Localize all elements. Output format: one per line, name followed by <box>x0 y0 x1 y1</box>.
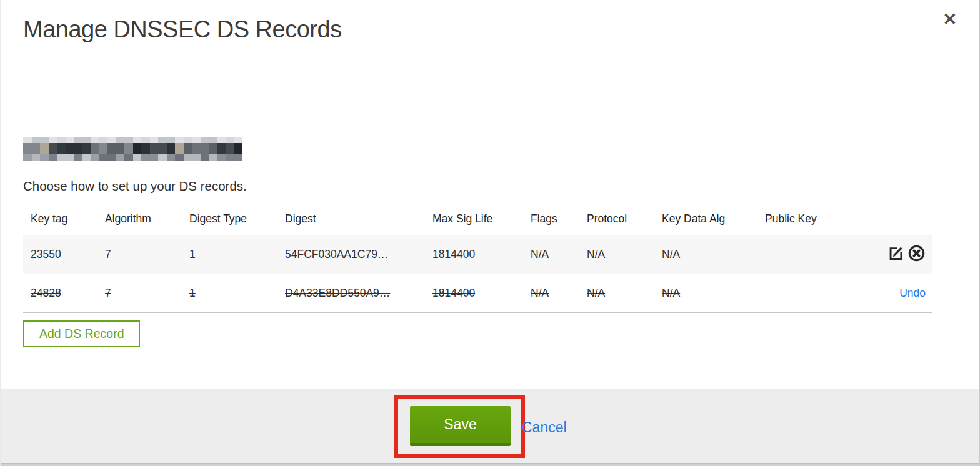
cell-protocol: N/A <box>579 235 654 274</box>
cell-public-key <box>758 274 851 313</box>
cell-key-tag: 24828 <box>23 274 98 313</box>
cell-key-tag: 23550 <box>23 235 98 274</box>
cell-digest: D4A33E8DD550A9… <box>278 274 425 313</box>
col-header-public-key: Public Key <box>758 205 851 235</box>
edit-icon[interactable] <box>888 245 904 265</box>
col-header-max-sig-life: Max Sig Life <box>425 205 523 235</box>
cell-key-data-alg: N/A <box>654 274 758 313</box>
cell-flags: N/A <box>523 235 579 274</box>
cancel-link[interactable]: Cancel <box>522 419 567 436</box>
table-header-row: Key tag Algorithm Digest Type Digest Max… <box>23 205 932 235</box>
redacted-domain-name <box>23 137 242 161</box>
row-actions <box>851 235 932 274</box>
col-header-digest: Digest <box>278 205 425 235</box>
cell-max-sig-life: 1814400 <box>425 274 523 313</box>
redacted-pixel-row <box>23 154 242 161</box>
manage-dnssec-modal: { "modal": { "title": "Manage DNSSEC DS … <box>0 0 980 466</box>
cell-digest: 54FCF030AA1C79… <box>278 235 425 274</box>
col-header-protocol: Protocol <box>579 205 654 235</box>
redacted-pixel-row <box>23 143 242 154</box>
row-actions: Undo <box>851 274 932 313</box>
table-row: 23550 7 1 54FCF030AA1C79… 1814400 N/A N/… <box>23 235 932 274</box>
remove-circle-icon[interactable] <box>908 244 926 265</box>
cell-algorithm: 7 <box>98 235 182 274</box>
cell-public-key <box>758 235 851 274</box>
close-icon[interactable]: ✕ <box>942 11 957 28</box>
add-ds-record-button[interactable]: Add DS Record <box>23 320 140 347</box>
table-row-deleted: 24828 7 1 D4A33E8DD550A9… 1814400 N/A N/… <box>23 274 932 313</box>
ds-records-table: Key tag Algorithm Digest Type Digest Max… <box>23 205 932 313</box>
cell-digest-type: 1 <box>182 274 278 313</box>
modal-footer: Save Cancel <box>1 389 980 466</box>
cell-digest-type: 1 <box>182 235 278 274</box>
col-header-digest-type: Digest Type <box>182 205 278 235</box>
cell-key-data-alg: N/A <box>654 235 758 274</box>
col-header-algorithm: Algorithm <box>98 205 182 235</box>
redacted-pixel-row <box>23 137 242 143</box>
col-header-key-data-alg: Key Data Alg <box>654 205 758 235</box>
save-button[interactable]: Save <box>410 406 511 446</box>
page-title: Manage DNSSEC DS Records <box>23 16 342 43</box>
cell-max-sig-life: 1814400 <box>425 235 523 274</box>
undo-link[interactable]: Undo <box>899 287 926 299</box>
col-header-key-tag: Key tag <box>23 205 98 235</box>
cell-protocol: N/A <box>579 274 654 313</box>
cell-algorithm: 7 <box>98 274 182 313</box>
modal-bottom-edge <box>1 463 980 466</box>
col-header-flags: Flags <box>523 205 579 235</box>
col-header-actions <box>851 205 932 235</box>
cell-flags: N/A <box>523 274 579 313</box>
instruction-text: Choose how to set up your DS records. <box>23 179 247 194</box>
